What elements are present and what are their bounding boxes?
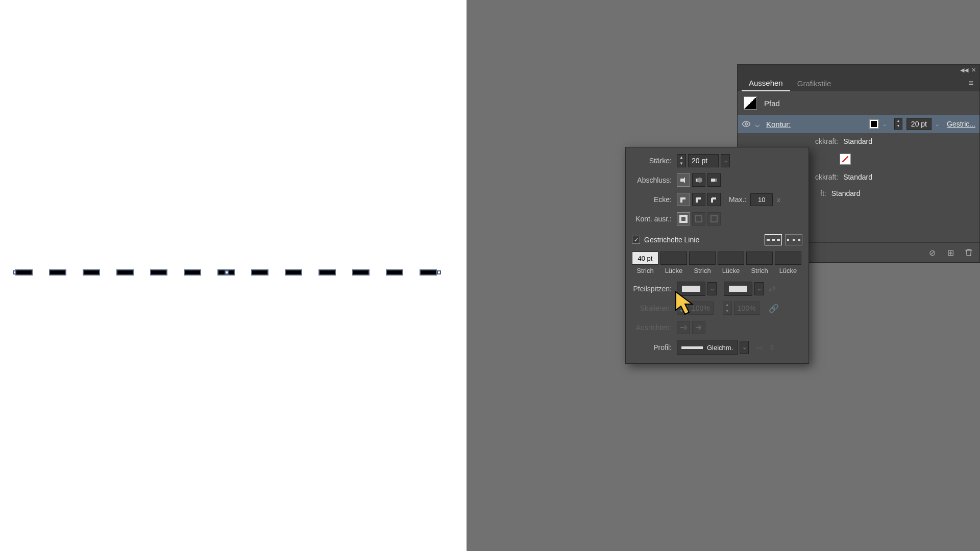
scale-row: Skalieren: ▲▼ 100% ▲▼ 100% 🔗 bbox=[632, 301, 802, 315]
profile-dropdown[interactable]: Gleichm. bbox=[677, 340, 738, 355]
align-arrow-row: Ausrichten: bbox=[632, 320, 802, 335]
align-arrow-tip-button bbox=[692, 321, 705, 334]
profile-dd-icon[interactable]: ⌵ bbox=[740, 341, 749, 354]
weight-input[interactable]: 20 pt bbox=[688, 154, 719, 167]
object-type-row: Pfad bbox=[738, 91, 979, 115]
arrowheads-label: Pfeilspitzen: bbox=[632, 285, 677, 293]
align-outside-button bbox=[707, 212, 721, 226]
dash-input-2[interactable] bbox=[689, 252, 716, 265]
expand-icon[interactable]: ⌵ bbox=[755, 119, 762, 129]
dashed-label: Gestrichelte Linie bbox=[644, 236, 699, 244]
panel-menu-icon[interactable]: ≡ bbox=[967, 77, 975, 90]
clear-appearance-icon[interactable]: ⊘ bbox=[927, 248, 937, 257]
weight-dropdown-icon[interactable]: ⌵ bbox=[936, 121, 943, 127]
gap-input-1[interactable] bbox=[660, 252, 687, 265]
svg-rect-12 bbox=[777, 239, 780, 241]
scale-start-stepper: ▲▼ bbox=[677, 302, 686, 315]
profile-value: Gleichm. bbox=[707, 344, 733, 352]
new-appearance-icon[interactable]: ⊞ bbox=[946, 248, 955, 257]
arrow-start-dd-icon[interactable]: ⌵ bbox=[707, 282, 717, 295]
cap-round-button[interactable] bbox=[692, 173, 705, 187]
weight-dropdown-icon[interactable]: ⌵ bbox=[721, 154, 730, 167]
align-inside-button bbox=[692, 212, 705, 226]
close-icon[interactable]: ✕ bbox=[971, 67, 977, 73]
flip-horizontal-icon: ⇔ bbox=[756, 343, 763, 353]
corner-bevel-button[interactable] bbox=[707, 193, 721, 206]
cap-label: Abschluss: bbox=[632, 176, 677, 184]
dashed-line-object[interactable] bbox=[15, 268, 443, 278]
dash-label-2: Strich bbox=[689, 267, 716, 274]
cap-butt-button[interactable] bbox=[677, 173, 690, 187]
scale-end-input: 100% bbox=[734, 302, 760, 315]
cap-projecting-button[interactable] bbox=[707, 173, 721, 187]
dash-link[interactable]: Gestric... bbox=[947, 120, 975, 128]
corner-miter-button[interactable] bbox=[677, 193, 690, 206]
stroke-color-swatch[interactable] bbox=[869, 119, 879, 129]
arrow-start-dropdown[interactable] bbox=[677, 282, 705, 296]
scale-label: Skalieren: bbox=[632, 304, 677, 312]
svg-rect-7 bbox=[680, 216, 687, 222]
profile-label: Profil: bbox=[632, 343, 677, 352]
scale-start-input: 100% bbox=[688, 302, 714, 315]
svg-rect-14 bbox=[793, 239, 795, 241]
visibility-icon[interactable] bbox=[742, 119, 751, 129]
dash-input-3[interactable] bbox=[746, 252, 773, 265]
dash-preserve-button[interactable] bbox=[765, 234, 782, 245]
svg-rect-13 bbox=[787, 239, 789, 241]
scale-end-stepper: ▲▼ bbox=[723, 302, 732, 315]
flip-vertical-icon: ⇕ bbox=[769, 343, 775, 353]
fill-swatch-none[interactable] bbox=[840, 154, 851, 165]
panel-tabs: Aussehen Grafikstile ≡ bbox=[738, 75, 979, 91]
profile-preview-icon bbox=[681, 346, 703, 349]
align-stroke-row: Kont. ausr.: bbox=[632, 212, 802, 226]
stroke-row[interactable]: ⌵ Kontur: ⌵ ▲▼ 20 pt ⌵ Gestric... bbox=[738, 115, 979, 133]
dash-label-3: Strich bbox=[746, 267, 773, 274]
canvas-area[interactable] bbox=[0, 0, 467, 551]
dash-labels-row: Strich Lücke Strich Lücke Strich Lücke bbox=[632, 267, 802, 274]
color-dropdown-icon[interactable]: ⌵ bbox=[883, 121, 890, 127]
opacity-label-3: ft: bbox=[820, 189, 826, 197]
gap-input-2[interactable] bbox=[718, 252, 744, 265]
object-type-label: Pfad bbox=[764, 99, 780, 108]
svg-point-0 bbox=[745, 123, 748, 126]
miter-limit-input[interactable] bbox=[750, 193, 773, 206]
scale-link-icon: 🔗 bbox=[769, 304, 779, 313]
miter-label: Max.: bbox=[729, 195, 748, 204]
dash-input-1[interactable] bbox=[632, 252, 658, 265]
weight-stepper[interactable]: ▲▼ bbox=[677, 154, 686, 167]
dashed-checkbox[interactable]: ✓ bbox=[632, 236, 640, 244]
corner-round-button[interactable] bbox=[692, 193, 705, 206]
svg-rect-9 bbox=[711, 216, 717, 222]
opacity-value[interactable]: Standard bbox=[843, 137, 872, 145]
svg-rect-11 bbox=[772, 239, 775, 241]
gap-input-3[interactable] bbox=[775, 252, 801, 265]
tab-appearance[interactable]: Aussehen bbox=[742, 76, 790, 91]
opacity-value-2[interactable]: Standard bbox=[843, 173, 872, 181]
swap-arrows-icon[interactable]: ⇄ bbox=[769, 284, 779, 294]
weight-stepper[interactable]: ▲▼ bbox=[894, 118, 902, 130]
dashed-line-row: ✓ Gestrichelte Linie bbox=[632, 231, 802, 248]
dash-inputs-row bbox=[632, 252, 802, 265]
arrowheads-row: Pfeilspitzen: ⌵ ⌵ ⇄ bbox=[632, 282, 802, 296]
arrow-end-dd-icon[interactable]: ⌵ bbox=[754, 282, 764, 295]
weight-value[interactable]: 20 pt bbox=[906, 118, 932, 130]
svg-rect-8 bbox=[696, 216, 702, 222]
align-stroke-label: Kont. ausr.: bbox=[632, 215, 677, 223]
align-center-button[interactable] bbox=[677, 212, 690, 226]
svg-rect-2 bbox=[684, 178, 685, 183]
opacity-value-3[interactable]: Standard bbox=[831, 189, 861, 197]
dash-align-button[interactable] bbox=[785, 234, 802, 245]
tab-graphic-styles[interactable]: Grafikstile bbox=[790, 76, 839, 91]
collapse-icon[interactable]: ◀◀ bbox=[960, 67, 966, 73]
corner-label: Ecke: bbox=[632, 195, 677, 204]
svg-point-4 bbox=[697, 178, 702, 183]
opacity-label: ckkraft: bbox=[815, 137, 838, 145]
dash-label-1: Strich bbox=[632, 267, 658, 274]
panel-titlebar: ◀◀ ✕ bbox=[738, 65, 979, 75]
trash-icon[interactable] bbox=[964, 248, 973, 257]
stroke-flyout-panel: Stärke: ▲▼ 20 pt ⌵ Abschluss: Ecke: Max.… bbox=[625, 147, 809, 364]
corner-row: Ecke: Max.: x bbox=[632, 192, 802, 207]
arrow-end-dropdown[interactable] bbox=[724, 282, 752, 296]
gap-label-2: Lücke bbox=[718, 267, 744, 274]
stroke-label[interactable]: Kontur: bbox=[766, 120, 791, 129]
